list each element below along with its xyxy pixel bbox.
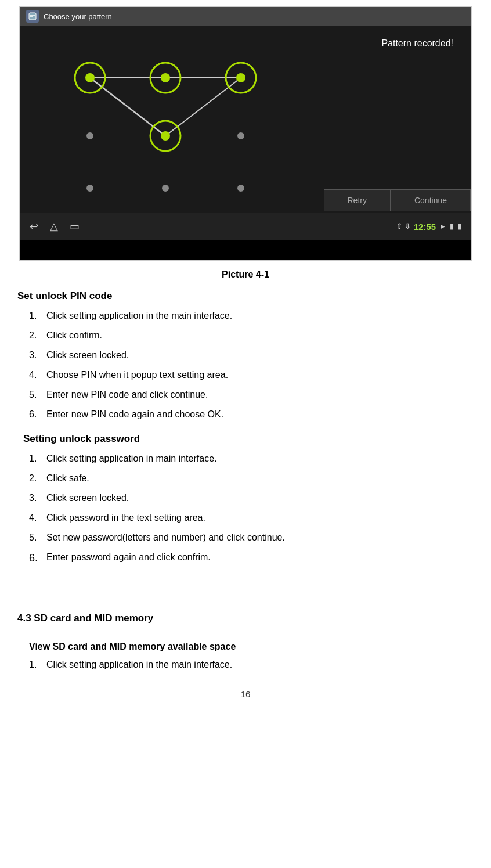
list-item: 6. Enter new PIN code again and choose O… <box>29 408 474 422</box>
list-item: 6. Enter password again and click confri… <box>29 550 474 566</box>
spacer <box>17 572 474 595</box>
section-password: Setting unlock password 1. Click setting… <box>17 433 474 566</box>
pattern-grid <box>55 43 276 211</box>
list-item: 1. Click setting application in the main… <box>29 658 474 672</box>
section-set-pin: Set unlock PIN code 1. Click setting app… <box>17 290 474 422</box>
retry-button[interactable]: Retry <box>324 189 391 211</box>
sub-section-title: View SD card and MID memory available sp… <box>29 642 474 652</box>
sdcard-steps-list: 1. Click setting application in the main… <box>29 658 474 672</box>
nav-right-area: ⇧ ⇩ 12:55 ► ▮ ▮ <box>396 222 461 232</box>
list-item: 4. Click password in the text setting ar… <box>29 511 474 525</box>
page-number: 16 <box>0 689 491 699</box>
list-item: 3. Click screen locked. <box>29 491 474 505</box>
pattern-area: Pattern recorded! <box>20 26 471 240</box>
svg-point-8 <box>85 73 95 82</box>
chapter-title: 4.3 SD card and MID memory <box>17 613 474 624</box>
device-screen: Choose your pattern Pattern recorded! <box>19 6 472 261</box>
section-password-title: Setting unlock password <box>23 433 474 445</box>
svg-point-12 <box>236 73 246 82</box>
svg-point-13 <box>86 132 93 139</box>
section-sdcard: 4.3 SD card and MID memory View SD card … <box>17 613 474 672</box>
list-item: 2. Click confirm. <box>29 329 474 343</box>
svg-point-15 <box>161 131 170 141</box>
list-item: 5. Set new password(letters and number) … <box>29 531 474 545</box>
continue-button[interactable]: Continue <box>391 189 471 211</box>
svg-rect-0 <box>29 13 36 20</box>
svg-point-19 <box>237 185 244 192</box>
wifi-icon: ► <box>439 222 446 230</box>
sub-section-sdcard: View SD card and MID memory available sp… <box>17 642 474 672</box>
signal-down-icon: ⇩ <box>405 222 410 230</box>
section-pin-title: Set unlock PIN code <box>17 290 474 302</box>
clock-display: 12:55 <box>414 222 436 232</box>
app-title: Choose your pattern <box>44 12 112 21</box>
pattern-status: Pattern recorded! <box>381 31 465 49</box>
back-icon[interactable]: ↩ <box>30 220 38 233</box>
caption: Picture 4-1 <box>0 269 491 280</box>
signal-bars-icon: ▮ <box>450 222 454 230</box>
home-icon[interactable]: △ <box>50 220 58 233</box>
main-content: Set unlock PIN code 1. Click setting app… <box>0 290 491 672</box>
signal-up-icon: ⇧ <box>396 222 402 230</box>
recent-icon[interactable]: ▭ <box>70 220 80 233</box>
svg-point-16 <box>237 132 244 139</box>
list-item: 3. Click screen locked. <box>29 348 474 362</box>
list-item: 2. Click safe. <box>29 471 474 485</box>
list-item: 1. Click setting application in main int… <box>29 452 474 466</box>
pin-steps-list: 1. Click setting application in the main… <box>29 309 474 422</box>
list-item: 4. Choose PIN when it popup text setting… <box>29 368 474 382</box>
app-header: Choose your pattern <box>20 7 471 26</box>
list-item: 5. Enter new PIN code and click continue… <box>29 388 474 402</box>
svg-point-17 <box>86 185 93 192</box>
password-steps-list: 1. Click setting application in main int… <box>29 452 474 566</box>
screenshot-container: Choose your pattern Pattern recorded! <box>0 0 491 261</box>
nav-bar: ↩ △ ▭ ⇧ ⇩ 12:55 ► ▮ ▮ <box>20 213 471 240</box>
nav-icons-left: ↩ △ ▭ <box>30 220 80 233</box>
status-icons: ⇧ ⇩ <box>396 222 410 230</box>
screen-buttons: Retry Continue <box>324 189 471 211</box>
svg-point-10 <box>161 73 170 82</box>
list-item: 1. Click setting application in the main… <box>29 309 474 323</box>
svg-point-18 <box>162 185 169 192</box>
app-icon <box>26 10 39 23</box>
battery-icon: ▮ <box>457 222 461 230</box>
